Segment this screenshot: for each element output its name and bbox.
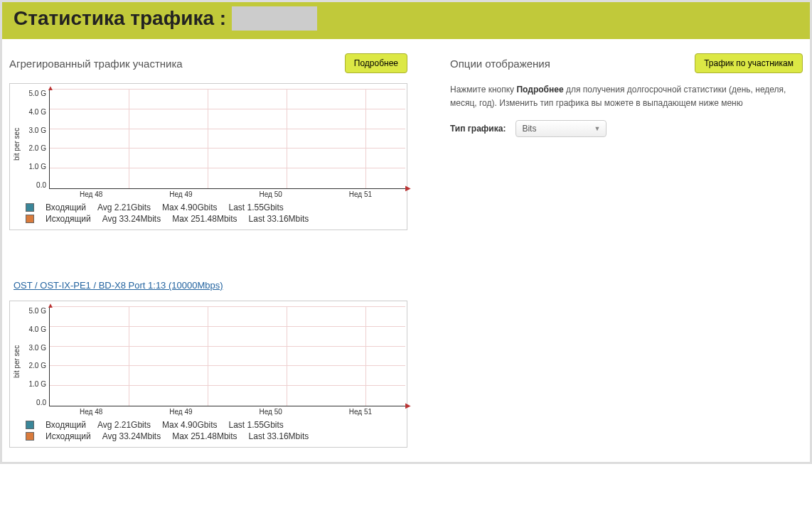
swatch-incoming — [26, 203, 34, 212]
chart-ylabel: bit per sec — [11, 307, 22, 416]
port-chart: bit per sec5.0 G4.0 G3.0 G2.0 G1.0 G0.0▲… — [9, 301, 407, 448]
page-title-text: Статистика трафика : — [14, 7, 226, 30]
chart-type-control: Тип графика: Bits ▼ — [450, 120, 803, 137]
swatch-outgoing — [26, 432, 34, 441]
options-head: Опции отображения Трафик по участникам — [450, 53, 803, 73]
legend-out-last: Last 33.16Mbits — [249, 214, 309, 224]
chart-yaxis: 5.0 G4.0 G3.0 G2.0 G1.0 G0.0 — [22, 90, 49, 189]
content: Агрегированный трафик участника Подробне… — [2, 39, 810, 455]
chart-ylabel: bit per sec — [11, 90, 22, 198]
legend-out-max: Max 251.48Mbits — [172, 214, 237, 224]
participant-name-placeholder — [232, 6, 317, 31]
chart-type-value: Bits — [522, 124, 536, 134]
chart-legend: ВходящийAvg 2.21GbitsMax 4.90GbitsLast 1… — [11, 416, 405, 444]
participants-traffic-button[interactable]: Трафик по участникам — [695, 53, 803, 73]
swatch-outgoing — [26, 215, 34, 223]
port-link[interactable]: OST / OST-IX-PE1 / BD-X8 Port 1:13 (1000… — [14, 280, 223, 291]
details-button[interactable]: Подробнее — [345, 53, 407, 73]
chart-bars — [50, 90, 405, 188]
chart-type-select[interactable]: Bits ▼ — [515, 120, 607, 137]
chart-bars — [50, 307, 405, 406]
chart-grid: ▲▶ — [49, 307, 405, 406]
help-text: Нажмите кнопку Подробнее для получения д… — [450, 83, 803, 110]
chart-type-label: Тип графика: — [450, 124, 506, 134]
chart-xaxis: Нед 48Нед 49Нед 50Нед 51 — [46, 189, 405, 198]
legend-in-label: Входящий — [46, 420, 86, 430]
legend-out-last: Last 33.16Mbits — [249, 431, 309, 441]
page-root: Статистика трафика : Агрегированный траф… — [0, 0, 812, 464]
chart-legend: ВходящийAvg 2.21GbitsMax 4.90GbitsLast 1… — [11, 198, 405, 227]
legend-in-avg: Avg 2.21Gbits — [97, 420, 151, 430]
right-column: Опции отображения Трафик по участникам Н… — [450, 53, 803, 455]
chart-grid: ▲▶ — [49, 90, 405, 189]
legend-out-max: Max 251.48Mbits — [172, 431, 237, 441]
legend-out-label: Исходящий — [46, 431, 91, 441]
help-bold: Подробнее — [516, 85, 563, 95]
legend-in-max: Max 4.90Gbits — [162, 203, 217, 212]
legend-out-label: Исходящий — [46, 214, 91, 224]
aggregate-chart: bit per sec5.0 G4.0 G3.0 G2.0 G1.0 G0.0▲… — [9, 83, 407, 230]
legend-in-last: Last 1.55Gbits — [228, 420, 283, 430]
legend-in-max: Max 4.90Gbits — [162, 420, 217, 430]
swatch-incoming — [26, 421, 34, 429]
chart-yaxis: 5.0 G4.0 G3.0 G2.0 G1.0 G0.0 — [22, 307, 49, 406]
legend-out-avg: Avg 33.24Mbits — [102, 431, 161, 441]
options-title: Опции отображения — [450, 58, 550, 70]
chevron-down-icon: ▼ — [594, 125, 600, 132]
legend-in-label: Входящий — [46, 203, 86, 212]
left-column: Агрегированный трафик участника Подробне… — [9, 53, 407, 455]
page-header: Статистика трафика : — [2, 2, 810, 39]
aggregate-head: Агрегированный трафик участника Подробне… — [9, 53, 407, 73]
legend-out-avg: Avg 33.24Mbits — [102, 214, 161, 224]
legend-in-avg: Avg 2.21Gbits — [97, 203, 151, 212]
aggregate-title: Агрегированный трафик участника — [9, 58, 183, 70]
help-pre: Нажмите кнопку — [450, 85, 516, 95]
page-title: Статистика трафика : — [14, 6, 798, 31]
legend-in-last: Last 1.55Gbits — [228, 203, 283, 212]
chart-xaxis: Нед 48Нед 49Нед 50Нед 51 — [46, 406, 405, 416]
